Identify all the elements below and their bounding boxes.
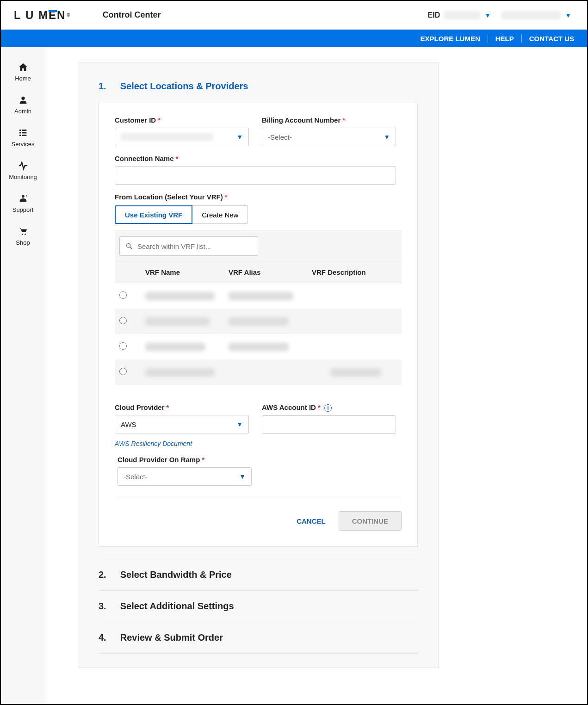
step-4-header[interactable]: 4. Review & Submit Order (99, 622, 419, 654)
logo: L U M E N® (14, 9, 71, 22)
svg-point-0 (21, 97, 25, 100)
cancel-button[interactable]: CANCEL (297, 517, 326, 525)
aws-account-id-label: AWS Account ID* i (262, 403, 396, 412)
eid-label: EID (428, 11, 440, 19)
nav-label: Shop (16, 239, 30, 246)
vrf-radio[interactable] (119, 368, 127, 375)
svg-point-10 (127, 244, 130, 247)
vrf-mode-toggle: Use Existing VRF Create New (115, 205, 402, 224)
svg-point-5 (19, 135, 21, 136)
info-icon[interactable]: i (324, 404, 332, 412)
svg-point-1 (19, 130, 21, 131)
vrf-radio[interactable] (119, 342, 127, 350)
nav-label: Home (15, 75, 31, 82)
vrf-row[interactable] (115, 283, 402, 309)
cloud-provider-select[interactable]: AWS▼ (115, 415, 249, 433)
cloud-provider-label: Cloud Provider* (115, 403, 249, 411)
step-number: 2. (99, 569, 106, 580)
billing-select[interactable]: -Select-▼ (262, 128, 396, 146)
billing-label: Billing Account Number* (262, 116, 396, 124)
chevron-down-icon[interactable]: ▼ (484, 12, 491, 19)
vrf-search-input[interactable] (119, 236, 258, 256)
from-location-label: From Location (Select Your VRF)* (115, 193, 402, 201)
app-title: Control Center (103, 10, 161, 20)
help-link[interactable]: HELP (495, 35, 514, 43)
search-icon (125, 242, 133, 250)
activity-icon (18, 161, 28, 171)
use-existing-vrf-button[interactable]: Use Existing VRF (115, 205, 192, 224)
col-vrf-alias: VRF Alias (229, 268, 312, 276)
connection-name-label: Connection Name* (115, 155, 396, 162)
eid-value (444, 11, 481, 19)
step-number: 4. (99, 632, 106, 643)
step-title: Select Locations & Providers (120, 81, 248, 92)
step-title: Select Additional Settings (120, 601, 234, 612)
vrf-row[interactable] (115, 334, 402, 359)
svg-rect-6 (22, 135, 26, 136)
nav-services[interactable]: Services (1, 121, 45, 154)
vrf-radio[interactable] (119, 291, 127, 299)
nav-shop[interactable]: Shop (1, 220, 45, 253)
step-1-header: 1. Select Locations & Providers (99, 81, 418, 92)
explore-link[interactable]: EXPLORE LUMEN (421, 35, 480, 43)
aws-account-id-input[interactable] (262, 415, 396, 434)
vrf-row[interactable] (115, 359, 402, 385)
customer-id-select[interactable]: ▼ (115, 128, 249, 146)
on-ramp-label: Cloud Provider On Ramp* (118, 456, 252, 464)
svg-point-8 (21, 234, 23, 235)
vrf-table-header: VRF Name VRF Alias VRF Description (115, 262, 402, 283)
top-header: L U M E N® Control Center EID ▼ ▼ (1, 1, 587, 30)
nav-label: Monitoring (9, 173, 37, 180)
step-3-header[interactable]: 3. Select Additional Settings (99, 590, 419, 622)
svg-point-7 (22, 195, 25, 198)
on-ramp-select[interactable]: -Select-▼ (118, 467, 252, 486)
step-number: 3. (99, 601, 106, 612)
nav-label: Support (12, 206, 34, 213)
step-number: 1. (99, 81, 106, 92)
list-icon (18, 128, 28, 138)
connection-name-input[interactable] (115, 166, 396, 185)
home-icon (18, 62, 28, 72)
cart-icon (18, 226, 28, 236)
continue-button[interactable]: CONTINUE (339, 511, 402, 531)
svg-rect-2 (22, 130, 26, 131)
vrf-table-body (115, 283, 402, 385)
aws-resiliency-link[interactable]: AWS Resiliency Document (115, 440, 249, 447)
wizard-card: 1. Select Locations & Providers Customer… (78, 62, 439, 668)
step-title: Review & Submit Order (120, 632, 223, 643)
col-vrf-description: VRF Description (312, 268, 397, 276)
support-icon (18, 193, 28, 204)
vrf-row[interactable] (115, 309, 402, 334)
svg-line-11 (130, 247, 132, 249)
nav-admin[interactable]: Admin (1, 88, 45, 121)
user-icon (18, 95, 28, 105)
user-name (501, 11, 561, 19)
svg-point-9 (25, 234, 26, 235)
col-vrf-name: VRF Name (145, 268, 229, 276)
svg-rect-4 (22, 132, 26, 134)
nav-label: Services (12, 141, 35, 148)
nav-support[interactable]: Support (1, 187, 45, 220)
step-1-panel: Customer ID* ▼ Billing Account Number* -… (99, 103, 418, 547)
customer-id-label: Customer ID* (115, 116, 249, 124)
nav-monitoring[interactable]: Monitoring (1, 154, 45, 187)
svg-point-3 (19, 132, 21, 134)
nav-label: Admin (14, 108, 31, 115)
step-title: Select Bandwidth & Price (120, 569, 232, 580)
nav-home[interactable]: Home (1, 56, 45, 88)
create-new-vrf-button[interactable]: Create New (192, 205, 248, 224)
vrf-radio[interactable] (119, 317, 127, 324)
step-2-header[interactable]: 2. Select Bandwidth & Price (99, 559, 419, 590)
chevron-down-icon[interactable]: ▼ (565, 12, 571, 19)
side-nav: Home Admin Services Monitoring Support S… (1, 47, 45, 704)
contact-link[interactable]: CONTACT US (529, 35, 574, 43)
utility-nav: EXPLORE LUMEN HELP CONTACT US (1, 30, 587, 47)
